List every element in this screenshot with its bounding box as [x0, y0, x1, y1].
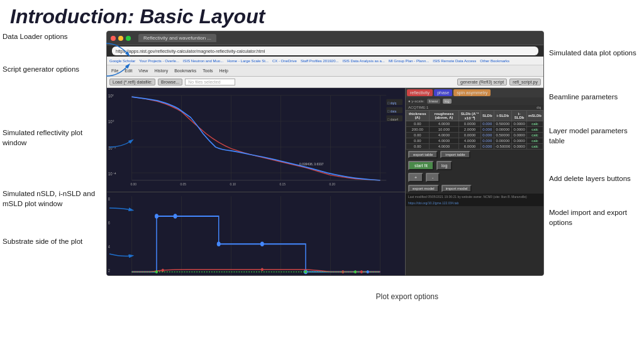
bookmark-isis-neutron[interactable]: ISIS Neutron and Muo...: [183, 59, 223, 63]
svg-text:10²: 10²: [108, 94, 114, 99]
bookmark-cx[interactable]: CX - OneDrive: [272, 59, 297, 63]
close-dot[interactable]: [111, 36, 116, 41]
col-msldb: mSLDb: [526, 111, 543, 121]
simulated-reflectivity-annotation: Simulated reflectivity plot window: [3, 128, 104, 148]
model-export-import-row: export model import model: [406, 184, 543, 194]
svg-text:0.05: 0.05: [180, 182, 187, 186]
svg-point-40: [174, 214, 177, 219]
svg-point-39: [155, 214, 158, 219]
menu-tools[interactable]: Tools: [201, 69, 214, 73]
beamline-params-annotation: Beamline parameters: [549, 92, 618, 102]
start-fit-button[interactable]: start fit: [408, 161, 434, 170]
table-row: 200.0010.0002.00000.0000.000000.0000calc: [406, 127, 543, 133]
nsld-plot[interactable]: 8 6 4 2: [107, 192, 405, 277]
svg-text:4: 4: [108, 244, 110, 249]
log-button[interactable]: log: [436, 161, 452, 170]
col-sldb-val: SLDb: [480, 111, 494, 121]
bookmark-projects[interactable]: Your Projects - Overle...: [139, 59, 179, 63]
maximize-dot[interactable]: [126, 36, 131, 41]
last-modified: Last modified 05/05/2021 19:36:21 by web…: [406, 194, 543, 200]
right-panel: reflectivity phase spin asymmetry ● y-sc…: [405, 88, 543, 276]
reflectivity-plot[interactable]: 10² 10⁰ 10⁻² 10⁻⁴ 0.00 0.: [107, 88, 405, 192]
refl-script-label: refl_script.py: [509, 79, 541, 85]
simulated-data-plot-annotation: Simulated data plot options: [549, 48, 636, 58]
svg-point-42: [260, 241, 264, 246]
add-layer-button[interactable]: +: [408, 173, 423, 182]
col-isldb-val: i-SLDb: [512, 111, 527, 121]
bookmark-staff[interactable]: Staff Profiles 201920...: [301, 59, 339, 63]
layer-controls-row: + -: [406, 172, 543, 184]
svg-point-51: [367, 270, 369, 273]
export-model-button[interactable]: export model: [408, 185, 439, 192]
generate-script-button[interactable]: generate (Refl3) script: [457, 79, 507, 85]
svg-text:0.039436, 3.6337: 0.039436, 3.6337: [299, 162, 323, 166]
col-isldb: i-SLDb: [494, 111, 512, 121]
cite-url: https://doi.org/10.2/gme.122.034.tab: [406, 200, 543, 206]
acqtime-value: 1: [426, 106, 428, 109]
tab-phase[interactable]: phase: [434, 89, 452, 96]
menu-edit[interactable]: Edit: [123, 69, 134, 73]
svg-text:8: 8: [108, 197, 110, 201]
svg-point-48: [304, 270, 307, 273]
bookmark-other[interactable]: Other Bookmarks: [480, 59, 509, 63]
bookmark-isis-data[interactable]: ISIS Data Analysis as a...: [343, 59, 385, 63]
svg-point-44: [162, 268, 164, 272]
bookmark-mi-group[interactable]: MI Group Plan - Plann...: [389, 59, 429, 63]
browser-tab[interactable]: Reflectivity and wavefuntion ...: [138, 34, 216, 42]
import-table-button[interactable]: import table: [440, 151, 470, 158]
menu-history[interactable]: History: [152, 69, 170, 73]
load-bar: Load (*.refl) datafile: Browse... No fil…: [107, 77, 543, 88]
menu-help[interactable]: Help: [218, 69, 230, 73]
bookmark-remote[interactable]: ISIS Remote Data Access: [433, 59, 476, 63]
browser-chrome: Reflectivity and wavefuntion ...: [107, 31, 543, 45]
delete-layer-button[interactable]: -: [426, 173, 440, 182]
svg-text:□ dq/q: □ dq/q: [387, 101, 396, 104]
svg-rect-0: [107, 88, 405, 192]
menu-file[interactable]: File: [109, 69, 120, 73]
y-scale-linear-button[interactable]: linear: [427, 99, 440, 104]
svg-point-47: [155, 270, 158, 273]
left-annotation-panel: Data Loader options Script generator opt…: [0, 31, 104, 361]
svg-text:0.20: 0.20: [330, 182, 336, 186]
svg-point-50: [360, 270, 363, 273]
svg-point-41: [217, 241, 221, 246]
svg-point-45: [261, 268, 264, 271]
plot-type-tabs: reflectivity phase spin asymmetry: [406, 88, 543, 97]
col-sldb: SLDb (A⁻² x10⁻⁶): [459, 111, 481, 121]
bookmarks-bar: Google Scholar Your Projects - Overle...…: [107, 57, 543, 65]
svg-text:6: 6: [108, 221, 110, 225]
url-text: https://apps.nist.gov/reflectivity-calcu…: [116, 49, 265, 53]
bookmark-google-scholar[interactable]: Google Scholar: [109, 59, 135, 63]
url-bar[interactable]: https://apps.nist.gov/reflectivity-calcu…: [112, 47, 538, 55]
dq-label: dq: [536, 106, 541, 109]
table-row: 0.004.00000.00000.0000.500000.0000calc: [406, 133, 543, 138]
tab-reflectivity[interactable]: reflectivity: [407, 89, 433, 96]
minimize-dot[interactable]: [118, 36, 123, 41]
svg-text:10⁻²: 10⁻²: [108, 145, 116, 150]
export-table-button[interactable]: export table: [408, 151, 438, 158]
plots-area: 10² 10⁰ 10⁻² 10⁻⁴ 0.00 0.: [107, 88, 405, 276]
svg-text:sld_m...: sld_m...: [349, 275, 358, 276]
svg-text:□ data4: □ data4: [387, 117, 398, 121]
file-input[interactable]: No files selected: [185, 79, 235, 85]
y-scale-log-button[interactable]: log: [443, 99, 452, 104]
acqtime-row: ACQTIME: 1 dq: [406, 105, 543, 110]
acqtime-label: ACQTIME:: [408, 106, 426, 109]
browse-button[interactable]: Browse...: [158, 79, 182, 85]
right-annotation-panel: Simulated data plot options Beamline par…: [547, 31, 644, 361]
model-import-export-annotation: Model import and export options: [549, 208, 644, 228]
import-model-button[interactable]: import model: [441, 185, 472, 192]
app-toolbar: File Edit View History Bookmarks Tools H…: [107, 65, 543, 77]
layer-params-table: thickness (A) roughness (above, A) SLDb …: [406, 110, 543, 150]
bookmark-home[interactable]: Home - Large Scale St...: [227, 59, 269, 63]
svg-text:0.15: 0.15: [280, 182, 286, 186]
table-row: 0.004.00004.00000.0000.000000.0000calc: [406, 138, 543, 144]
tab-spin-asymmetry[interactable]: spin asymmetry: [453, 89, 491, 96]
table-row: 0.004.00000.00000.0000.500000.0000calc: [406, 121, 543, 127]
menu-bookmarks[interactable]: Bookmarks: [172, 69, 198, 73]
y-scale-row: ● y-scale: linear log: [406, 97, 543, 105]
svg-text:0.10: 0.10: [230, 182, 236, 186]
menu-view[interactable]: View: [136, 69, 150, 73]
y-scale-label: ● y-scale:: [408, 99, 425, 103]
app-screenshot: Reflectivity and wavefuntion ... https:/…: [106, 31, 544, 361]
